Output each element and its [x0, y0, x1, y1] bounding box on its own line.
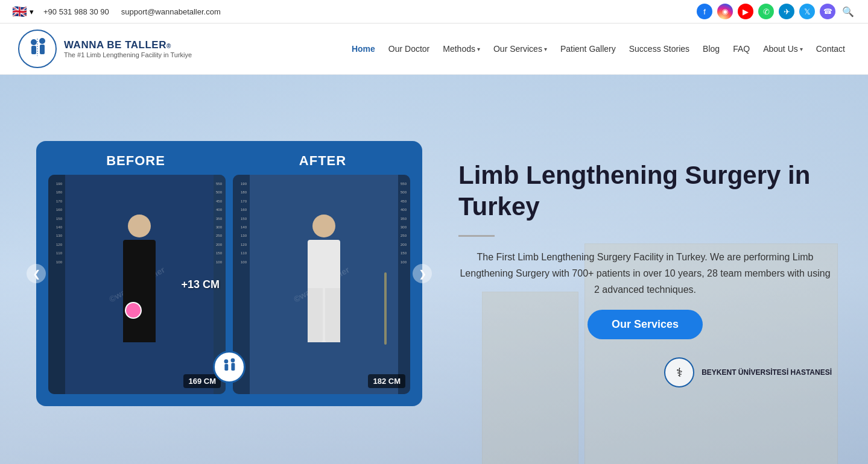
nav-about-us[interactable]: About Us ▾: [758, 42, 808, 56]
svg-point-5: [224, 359, 229, 363]
logo[interactable]: WANNA BE TALLER® The #1 Limb Lengthening…: [18, 30, 192, 68]
methods-chevron-icon: ▾: [477, 46, 480, 52]
svg-point-0: [31, 39, 37, 45]
search-icon[interactable]: 🔍: [840, 4, 856, 19]
hospital-name-label: BEYKENT ÜNİVERSİTESİ HASTANESİ: [702, 368, 832, 377]
svg-rect-6: [224, 364, 228, 371]
topbar-left: 🇬🇧 ▾ +90 531 988 30 90 support@wannabeta…: [12, 4, 221, 19]
navbar: WANNA BE TALLER® The #1 Limb Lengthening…: [0, 24, 868, 75]
logo-text: WANNA BE TALLER® The #1 Limb Lengthening…: [64, 39, 192, 58]
svg-point-2: [39, 38, 45, 44]
flag-icon: 🇬🇧: [12, 4, 27, 19]
after-height-badge: 182 CM: [368, 374, 405, 388]
logo-icon: [18, 30, 57, 68]
viber-icon[interactable]: ☎: [820, 4, 835, 19]
nav-faq[interactable]: FAQ: [728, 42, 755, 56]
hero-divider: [458, 235, 495, 237]
after-person: [252, 181, 396, 376]
nav-our-services[interactable]: Our Services ▾: [489, 42, 552, 56]
youtube-icon[interactable]: ▶: [738, 4, 753, 19]
after-label: AFTER: [235, 153, 410, 169]
before-after-card: ❮ ❯ BEFORE AFTER 19018017016015014013012…: [36, 141, 422, 406]
phone-number: +90 531 988 30 90: [43, 7, 109, 16]
carousel-next-button[interactable]: ❯: [413, 264, 432, 283]
hero-text-content: Limb Lengthening Surgery in Turkey The F…: [458, 160, 832, 388]
email-address: support@wannabetaller.com: [121, 7, 221, 16]
hospital-logo-icon: ⚕: [664, 357, 694, 387]
svg-rect-8: [231, 363, 235, 371]
hero-content: ❮ ❯ BEFORE AFTER 19018017016015014013012…: [0, 141, 868, 406]
height-diff-label: +13 CM: [181, 278, 220, 291]
before-after-labels: BEFORE AFTER: [48, 153, 410, 169]
before-after-images: 190180170160150140130120110100 550500450…: [48, 175, 410, 394]
nav-success-stories[interactable]: Success Stories: [624, 42, 694, 56]
nav-links: Home Our Doctor Methods ▾ Our Services ▾…: [347, 42, 850, 56]
center-logo: [213, 351, 246, 383]
nav-contact[interactable]: Contact: [811, 42, 850, 56]
nav-our-doctor[interactable]: Our Doctor: [384, 42, 434, 56]
social-links: f ◉ ▶ ✆ ✈ 𝕏 ☎ 🔍: [697, 4, 856, 19]
carousel-prev-button[interactable]: ❮: [27, 264, 46, 283]
hero-section: // We'll do this in JS below ❮ ❯ BEFORE …: [0, 75, 868, 464]
svg-rect-3: [40, 45, 45, 54]
svg-point-7: [231, 359, 235, 363]
chevron-right-icon: ❯: [419, 268, 426, 280]
chevron-down-icon: ▾: [30, 7, 34, 16]
services-chevron-icon: ▾: [544, 46, 547, 52]
facebook-icon[interactable]: f: [697, 4, 712, 19]
nav-blog[interactable]: Blog: [698, 42, 724, 56]
after-image: 190180170160150140130120110100 550500450…: [233, 175, 410, 394]
chevron-left-icon: ❮: [33, 268, 40, 280]
nav-patient-gallery[interactable]: Patient Gallery: [556, 42, 621, 56]
before-height-badge: 169 CM: [183, 374, 221, 388]
logo-subtitle: The #1 Limb Lengthening Facility in Turk…: [64, 51, 192, 58]
instagram-icon[interactable]: ◉: [717, 4, 733, 19]
ruler-right-after: 550500450400350300250200150100: [398, 175, 410, 394]
topbar: 🇬🇧 ▾ +90 531 988 30 90 support@wannabeta…: [0, 0, 868, 24]
hospital-badge: ⚕ BEYKENT ÜNİVERSİTESİ HASTANESİ: [664, 357, 832, 387]
nav-home[interactable]: Home: [347, 42, 380, 56]
twitter-icon[interactable]: 𝕏: [799, 4, 815, 19]
before-image: 190180170160150140130120110100 550500450…: [48, 175, 226, 394]
hero-description: The First Limb Lengthening Surgery Facil…: [458, 249, 832, 298]
whatsapp-icon[interactable]: ✆: [758, 4, 774, 19]
hero-title: Limb Lengthening Surgery in Turkey: [458, 160, 832, 223]
our-services-button[interactable]: Our Services: [588, 310, 703, 339]
ruler-left: 190180170160150140130120110100: [48, 175, 65, 394]
about-chevron-icon: ▾: [800, 46, 803, 52]
telegram-icon[interactable]: ✈: [779, 4, 794, 19]
topbar-contact: +90 531 988 30 90 support@wannabetaller.…: [43, 7, 221, 16]
before-label: BEFORE: [48, 153, 223, 169]
logo-name: WANNA BE TALLER®: [64, 39, 192, 51]
nav-methods[interactable]: Methods ▾: [438, 42, 485, 56]
svg-rect-1: [31, 46, 36, 54]
language-selector[interactable]: 🇬🇧 ▾: [12, 4, 34, 19]
